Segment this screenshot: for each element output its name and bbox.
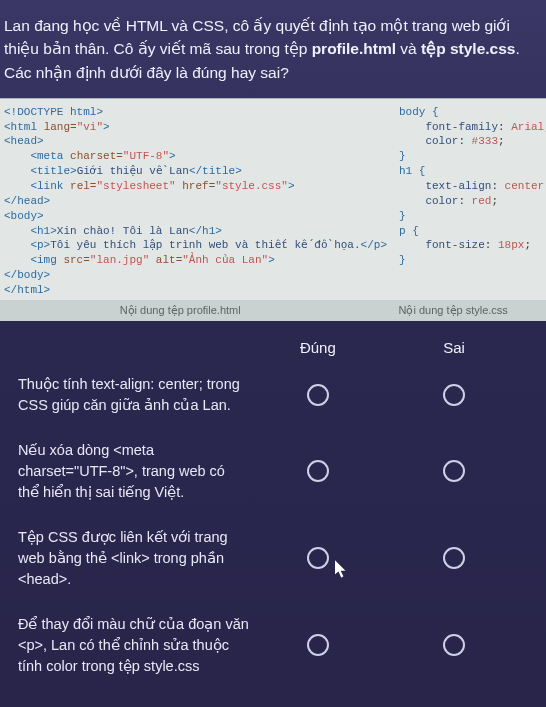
statement-row: Nếu xóa dòng <meta charset="UTF-8">, tra… bbox=[18, 440, 532, 503]
radio-cell bbox=[250, 460, 386, 482]
code-labels: Nội dung tệp profile.html Nội dung tệp s… bbox=[0, 300, 546, 321]
radio-false[interactable] bbox=[443, 384, 465, 406]
column-false: Sai bbox=[386, 339, 522, 356]
radio-cell bbox=[386, 460, 522, 482]
question-text: Lan đang học về HTML và CSS, cô ấy quyết… bbox=[0, 0, 546, 98]
statement-text: Để thay đổi màu chữ của đoạn văn <p>, La… bbox=[18, 614, 250, 677]
code-panel: <!DOCTYPE html> <html lang="vi"> <head> … bbox=[0, 98, 546, 300]
radio-cell bbox=[250, 634, 386, 656]
cursor-icon bbox=[335, 560, 349, 580]
statement-row: Tệp CSS được liên kết với trang web bằng… bbox=[18, 527, 532, 590]
radio-true[interactable] bbox=[307, 634, 329, 656]
html-code-label: Nội dung tệp profile.html bbox=[0, 300, 360, 321]
radio-cell bbox=[386, 634, 522, 656]
radio-true[interactable] bbox=[307, 384, 329, 406]
radio-true[interactable] bbox=[307, 547, 329, 569]
css-code: body { font-family: Arial, sans-s; color… bbox=[393, 99, 546, 300]
statement-text: Tệp CSS được liên kết với trang web bằng… bbox=[18, 527, 250, 590]
statement-row: Để thay đổi màu chữ của đoạn văn <p>, La… bbox=[18, 614, 532, 677]
html-code: <!DOCTYPE html> <html lang="vi"> <head> … bbox=[0, 99, 393, 300]
radio-cell bbox=[386, 547, 522, 569]
radio-false[interactable] bbox=[443, 460, 465, 482]
radio-false[interactable] bbox=[443, 547, 465, 569]
radio-false[interactable] bbox=[443, 634, 465, 656]
column-true: Đúng bbox=[250, 339, 386, 356]
css-code-label: Nội dung tệp style.css bbox=[360, 300, 546, 321]
statement-text: Thuộc tính text-align: center; trong CSS… bbox=[18, 374, 250, 416]
radio-true[interactable] bbox=[307, 460, 329, 482]
grid-header: Đúng Sai bbox=[18, 339, 532, 356]
radio-cell bbox=[386, 384, 522, 406]
statement-row: Thuộc tính text-align: center; trong CSS… bbox=[18, 374, 532, 416]
statement-text: Nếu xóa dòng <meta charset="UTF-8">, tra… bbox=[18, 440, 250, 503]
radio-cell bbox=[250, 384, 386, 406]
radio-cell bbox=[250, 547, 386, 569]
answer-grid: Đúng Sai Thuộc tính text-align: center; … bbox=[0, 321, 546, 677]
